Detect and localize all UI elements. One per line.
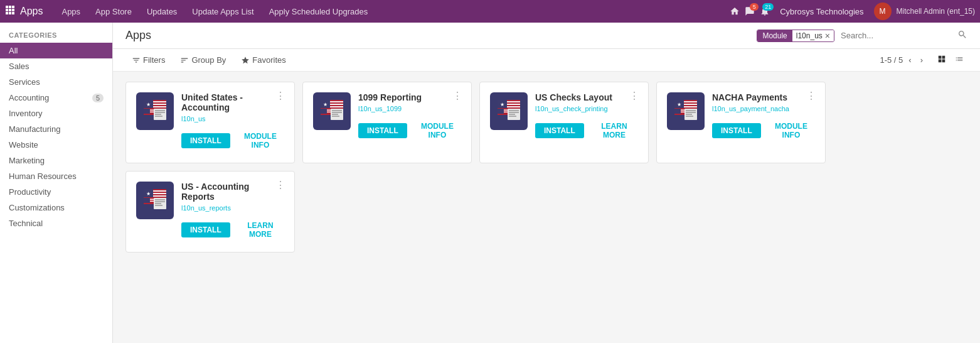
search-input[interactable] — [837, 30, 950, 41]
sidebar-item-inventory[interactable]: Inventory — [0, 106, 112, 121]
filter-label: Module — [757, 30, 792, 41]
sidebar-item-label: Sales — [9, 62, 29, 71]
sidebar-item-human-resources[interactable]: Human Resources — [0, 168, 112, 184]
svg-rect-1 — [9, 6, 11, 8]
secondary-action-btn[interactable]: MODULE INFO — [413, 119, 461, 143]
app-card-header: ★ NACHA Payments l10n_us_payment_nacha I… — [667, 92, 815, 143]
nav-link-appstore[interactable]: App Store — [89, 4, 138, 19]
app-info: US - Accounting Reports l10n_us_reports … — [181, 182, 284, 242]
secondary-action-btn[interactable]: LEARN MORE — [590, 119, 638, 143]
sidebar-item-count: 5 — [92, 94, 104, 102]
sidebar-item-label: Productivity — [9, 187, 51, 197]
company-name[interactable]: Cybrosys Technologies — [780, 7, 863, 16]
activity-badge: 21 — [762, 3, 774, 11]
svg-rect-80 — [686, 116, 693, 117]
nav-links: Apps App Store Updates Update Apps List … — [55, 4, 374, 19]
svg-rect-24 — [155, 112, 165, 113]
svg-rect-61 — [509, 114, 515, 115]
secondary-action-btn[interactable]: MODULE INFO — [237, 129, 284, 153]
home-icon-btn[interactable] — [730, 6, 740, 16]
install-btn[interactable]: INSTALL — [712, 123, 761, 138]
sidebar-item-manufacturing[interactable]: Manufacturing — [0, 121, 112, 137]
install-btn[interactable]: INSTALL — [181, 222, 230, 237]
nav-link-scheduled[interactable]: Apply Scheduled Upgrades — [263, 4, 375, 19]
install-btn[interactable]: INSTALL — [535, 123, 584, 138]
view-buttons — [934, 53, 967, 67]
svg-rect-6 — [6, 12, 8, 14]
svg-rect-42 — [332, 112, 342, 113]
svg-rect-79 — [686, 114, 692, 115]
favorites-btn[interactable]: Favorites — [235, 53, 292, 67]
card-menu-btn[interactable]: ⋮ — [273, 89, 288, 103]
secondary-action-btn[interactable]: MODULE INFO — [767, 119, 815, 143]
sidebar-item-label: Human Resources — [9, 172, 77, 181]
sidebar-section-title: CATEGORIES — [0, 23, 112, 43]
sidebar-item-website[interactable]: Website — [0, 137, 112, 153]
card-menu-btn[interactable]: ⋮ — [627, 89, 642, 103]
activity-icon-btn[interactable]: 21 — [760, 6, 770, 16]
secondary-action-btn[interactable]: LEARN MORE — [237, 218, 284, 242]
install-btn[interactable]: INSTALL — [181, 133, 230, 148]
nav-link-updatelist[interactable]: Update Apps List — [186, 4, 260, 19]
app-name: US - Accounting Reports — [181, 182, 284, 202]
sidebar-item-services[interactable]: Services — [0, 74, 112, 90]
svg-rect-7 — [9, 12, 11, 14]
app-icon: ★ — [136, 182, 174, 219]
user-avatar[interactable]: M — [874, 3, 892, 20]
svg-rect-59 — [509, 110, 519, 111]
sidebar: CATEGORIES AllSalesServicesAccounting5In… — [0, 23, 113, 343]
sidebar-item-sales[interactable]: Sales — [0, 58, 112, 74]
search-icon[interactable] — [957, 30, 967, 42]
groupby-btn[interactable]: Group By — [174, 53, 232, 67]
filter-close-btn[interactable]: × — [825, 31, 830, 40]
svg-rect-43 — [332, 114, 338, 115]
next-page-btn[interactable]: › — [917, 54, 926, 66]
card-actions: INSTALL MODULE INFO — [712, 119, 815, 143]
top-nav: Apps Apps App Store Updates Update Apps … — [0, 0, 980, 23]
svg-rect-41 — [332, 110, 342, 111]
filters-label: Filters — [143, 55, 165, 65]
svg-rect-2 — [12, 6, 14, 8]
list-view-btn[interactable] — [951, 53, 967, 67]
svg-rect-77 — [686, 110, 696, 111]
sidebar-item-label: Manufacturing — [9, 124, 60, 134]
svg-rect-8 — [12, 12, 14, 14]
page-title: Apps — [125, 29, 151, 42]
sidebar-item-customizations[interactable]: Customizations — [0, 200, 112, 215]
sidebar-item-productivity[interactable]: Productivity — [0, 184, 112, 200]
nav-link-updates[interactable]: Updates — [141, 4, 183, 19]
svg-rect-5 — [12, 9, 14, 11]
favorites-label: Favorites — [252, 55, 285, 65]
chat-icon-btn[interactable]: 5 — [745, 6, 755, 16]
sidebar-item-accounting[interactable]: Accounting5 — [0, 90, 112, 106]
svg-text:★: ★ — [677, 102, 681, 107]
apps-grid: ⋮ ★ — [113, 72, 980, 263]
sidebar-item-label: Inventory — [9, 109, 42, 118]
svg-text:★: ★ — [500, 102, 504, 107]
user-name[interactable]: Mitchell Admin (ent_15) — [897, 7, 975, 16]
card-menu-btn[interactable]: ⋮ — [450, 89, 465, 103]
grid-icon[interactable] — [5, 5, 15, 18]
groupby-label: Group By — [191, 55, 226, 65]
svg-text:★: ★ — [146, 191, 151, 197]
kanban-view-btn[interactable] — [934, 53, 950, 67]
card-menu-btn[interactable]: ⋮ — [804, 89, 819, 103]
svg-rect-21 — [144, 109, 150, 114]
sidebar-item-all[interactable]: All — [0, 43, 112, 58]
svg-rect-93 — [144, 198, 150, 203]
card-menu-btn[interactable]: ⋮ — [273, 178, 288, 192]
nav-link-apps[interactable]: Apps — [55, 4, 87, 19]
app-title: Apps — [20, 6, 43, 17]
app-module: l10n_us_1099 — [358, 105, 461, 112]
sidebar-item-marketing[interactable]: Marketing — [0, 153, 112, 168]
app-card-header: ★ US - Accounting Reports l10n_us_report… — [136, 182, 284, 242]
prev-page-btn[interactable]: ‹ — [905, 54, 914, 66]
install-btn[interactable]: INSTALL — [358, 123, 407, 138]
chat-badge: 5 — [750, 3, 759, 11]
sidebar-item-label: Technical — [9, 219, 43, 228]
svg-rect-25 — [155, 114, 161, 115]
svg-rect-0 — [6, 6, 8, 8]
filter-value: l10n_us × — [792, 30, 834, 41]
sidebar-item-technical[interactable]: Technical — [0, 215, 112, 231]
filters-btn[interactable]: Filters — [125, 53, 171, 67]
